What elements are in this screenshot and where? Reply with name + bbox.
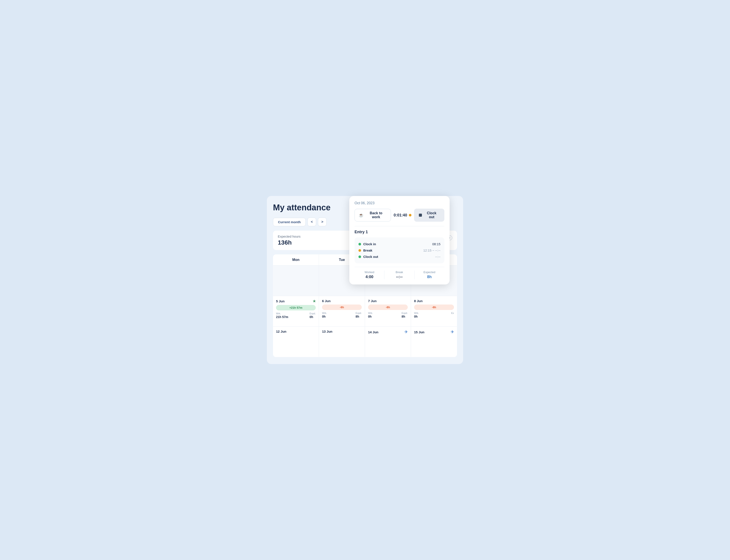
clock-in-time: 08:15 <box>432 242 440 246</box>
cell-date-12jun: 12 Jun <box>276 330 316 333</box>
worked-label: Worked <box>357 271 382 274</box>
stop-icon <box>419 214 422 217</box>
clock-out-label2: Clock out <box>363 255 383 259</box>
expected-stat-label: Expected <box>417 271 442 274</box>
star-icon: ★ <box>313 299 316 303</box>
clock-out-row: Clock out --:-- <box>358 254 440 260</box>
timer-value: 0:01:40 <box>394 213 407 218</box>
plane-icon-14jun: ✈ <box>404 330 408 334</box>
break-stat-label: Break <box>387 271 412 274</box>
next-month-button[interactable]: > <box>318 218 327 226</box>
popup-stats: Worked 4:00 Break --:-- Expected 8h <box>355 267 444 279</box>
badge-7jun: -8h <box>368 305 408 310</box>
timer-dot <box>409 214 411 216</box>
clock-in-label: Clock in <box>363 242 383 246</box>
break-time: 12:15 − --:-- <box>423 249 440 252</box>
break-stat-value: --:-- <box>387 275 412 279</box>
popup-card: Oct 06, 2023 ☕ Back to work 0:01:40 Cloc… <box>349 196 450 284</box>
cell-15jun[interactable]: 15 Jun ✈ <box>411 327 457 357</box>
stats-6jun: Wrk. 0h Expd. 8h <box>322 312 362 318</box>
clock-out-label: Clock out <box>424 211 440 219</box>
cell-date-5jun: 5 Jun ★ <box>276 299 316 303</box>
cell-6jun[interactable]: 6 Jun -8h Wrk. 0h Expd. 8h <box>319 296 365 326</box>
popup-date: Oct 06, 2023 <box>355 201 444 205</box>
timer-display: 0:01:40 <box>394 213 411 218</box>
cell-date-14jun: 14 Jun ✈ <box>368 330 408 334</box>
calendar-row-12jun: 12 Jun 13 Jun 14 Jun ✈ 15 Jun ✈ <box>273 327 457 357</box>
prev-month-button[interactable]: < <box>307 218 316 226</box>
cell-date-15jun: 15 Jun ✈ <box>414 330 454 334</box>
cell-8jun[interactable]: 8 Jun -8h Wrk. 0h Ex <box>411 296 457 326</box>
clock-out-dot <box>358 255 361 258</box>
badge-8jun: -8h <box>414 305 454 310</box>
calendar-row-5jun: 5 Jun ★ +21h 57m Wrk. 21h 57m Expd. 0h <box>273 296 457 327</box>
popup-divider <box>355 226 444 226</box>
back-to-work-label: Back to work <box>365 211 387 219</box>
expected-hours-label: Expected hours <box>278 235 300 238</box>
break-dot <box>358 249 361 252</box>
stats-5jun: Wrk. 21h 57m Expd. 0h <box>276 312 316 319</box>
clock-out-time: --:-- <box>435 255 440 259</box>
entry-title: Entry 1 <box>355 230 444 234</box>
popup-actions: ☕ Back to work 0:01:40 Clock out <box>355 209 444 222</box>
cell-5jun[interactable]: 5 Jun ★ +21h 57m Wrk. 21h 57m Expd. 0h <box>273 296 319 326</box>
expected-stat-value: 8h <box>417 275 442 279</box>
badge-5jun: +21h 57m <box>276 305 316 310</box>
stats-7jun: Wrk. 0h Expd. 8h <box>368 312 408 318</box>
clock-in-row: Clock in 08:15 <box>358 241 440 247</box>
cell-date-6jun: 6 Jun <box>322 299 362 303</box>
expected-hours-value: 136h <box>278 239 300 246</box>
main-container: My attendance Current month < > Expected… <box>267 196 463 364</box>
expected-stat: Expected 8h <box>414 271 444 279</box>
back-to-work-button[interactable]: ☕ Back to work <box>355 209 391 221</box>
cell-14jun[interactable]: 14 Jun ✈ <box>365 327 411 357</box>
cell-7jun[interactable]: 7 Jun -8h Wrk. 0h Expd. 8h <box>365 296 411 326</box>
worked-stat: Worked 4:00 <box>355 271 384 279</box>
badge-6jun: -8h <box>322 305 362 310</box>
cell-date-13jun: 13 Jun <box>322 330 362 333</box>
plane-icon-15jun: ✈ <box>451 330 454 334</box>
clock-in-dot <box>358 243 361 245</box>
entry-card: Clock in 08:15 Break 12:15 − --:-- Clock… <box>355 237 444 263</box>
cell-date-8jun: 8 Jun <box>414 299 454 303</box>
current-month-button[interactable]: Current month <box>273 218 306 226</box>
break-row: Break 12:15 − --:-- <box>358 247 440 254</box>
break-stat: Break --:-- <box>384 271 414 279</box>
clock-out-button[interactable]: Clock out <box>414 209 444 222</box>
break-label: Break <box>363 249 383 252</box>
empty-cell-1 <box>273 266 319 296</box>
cell-13jun[interactable]: 13 Jun <box>319 327 365 357</box>
coffee-icon: ☕ <box>359 213 363 218</box>
stats-8jun: Wrk. 0h Ex <box>414 312 454 318</box>
cell-date-7jun: 7 Jun <box>368 299 408 303</box>
header-mon: Mon <box>273 254 319 265</box>
cell-12jun[interactable]: 12 Jun <box>273 327 319 357</box>
worked-value: 4:00 <box>357 275 382 279</box>
